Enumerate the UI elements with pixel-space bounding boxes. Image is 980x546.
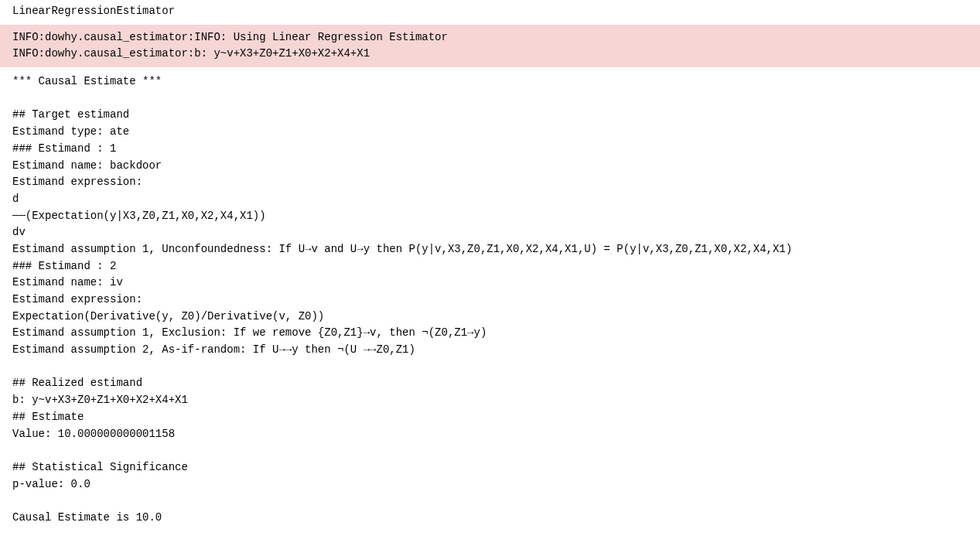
estimator-title: LinearRegressionEstimator: [0, 0, 980, 25]
info-log-block: INFO:dowhy.causal_estimator:INFO: Using …: [0, 25, 980, 67]
causal-estimate-output: *** Causal Estimate *** ## Target estima…: [0, 67, 980, 533]
